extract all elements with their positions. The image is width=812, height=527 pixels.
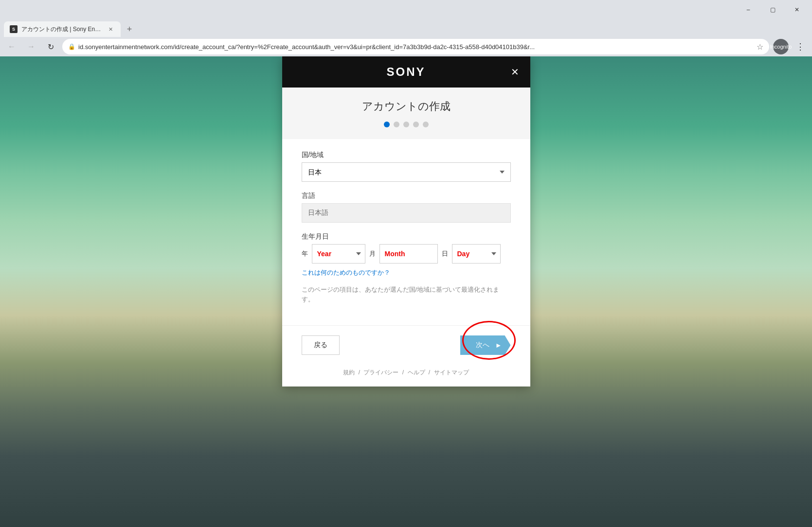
bookmark-star-icon[interactable]: ☆ — [757, 42, 763, 52]
dob-row: 年 Year 月 Month 日 Day — [302, 244, 511, 264]
progress-dot-4 — [413, 122, 419, 127]
dialog-form: 国/地域 日本 言語 日本語 生年月日 年 Year 月 Month — [282, 139, 530, 325]
progress-dot-3 — [403, 122, 409, 127]
tab-bar: S アカウントの作成 | Sony Entertainm... ✕ + — [0, 19, 812, 37]
country-label: 国/地域 — [302, 151, 511, 159]
year-select[interactable]: Year — [312, 244, 365, 264]
next-button[interactable]: 次へ ► — [460, 335, 511, 355]
dialog-header: SONY ✕ — [282, 56, 530, 88]
month-unit-label: 月 — [369, 249, 376, 258]
next-button-wrapper: 次へ ► — [460, 335, 511, 355]
address-bar: ← → ↻ 🔒 id.sonyentertainmentnetwork.com/… — [0, 37, 812, 56]
url-bar[interactable]: 🔒 id.sonyentertainmentnetwork.com/id/cre… — [62, 39, 769, 54]
url-text: id.sonyentertainmentnetwork.com/id/creat… — [78, 43, 754, 51]
profile-button[interactable]: Incognito — [773, 39, 789, 54]
progress-dot-1 — [384, 122, 390, 127]
reload-button[interactable]: ↻ — [43, 39, 58, 54]
tab-close-button[interactable]: ✕ — [106, 25, 115, 34]
country-select[interactable]: 日本 — [302, 162, 511, 182]
help-link[interactable]: これは何のためのものですか？ — [302, 268, 390, 277]
separator-1: / — [359, 369, 360, 376]
minimize-button[interactable]: – — [737, 2, 759, 17]
day-select[interactable]: Day — [452, 244, 501, 264]
window-controls: – ▢ ✕ — [737, 2, 808, 17]
maximize-button[interactable]: ▢ — [761, 2, 784, 17]
dob-group: 生年月日 年 Year 月 Month 日 Day これは何のためのものですか？ — [302, 232, 511, 304]
next-arrow-icon: ► — [495, 341, 502, 349]
next-button-label: 次へ — [476, 341, 489, 349]
dialog: SONY ✕ アカウントの作成 国/地域 日本 言語 日本語 生年月日 — [282, 56, 530, 386]
browser-chrome: – ▢ ✕ S アカウントの作成 | Sony Entertainm... ✕ … — [0, 0, 812, 56]
privacy-link[interactable]: プライバシー — [363, 369, 398, 376]
country-group: 国/地域 日本 — [302, 151, 511, 182]
back-button[interactable]: 戻る — [302, 335, 340, 355]
forward-nav-button[interactable]: → — [23, 39, 39, 54]
info-text: このページの項目は、あなたが選んだ国/地域に基づいて最適化されます。 — [302, 285, 511, 304]
month-display: Month — [380, 250, 437, 258]
sitemap-link[interactable]: サイトマップ — [434, 369, 469, 376]
progress-dot-2 — [394, 122, 399, 127]
year-unit-label: 年 — [302, 249, 308, 258]
help-footer-link[interactable]: ヘルプ — [408, 369, 425, 376]
month-select-wrapper[interactable]: Month — [379, 244, 438, 264]
lock-icon: 🔒 — [68, 43, 75, 50]
language-label: 言語 — [302, 192, 511, 200]
separator-2: / — [402, 369, 404, 376]
tab-favicon: S — [10, 25, 18, 33]
dialog-close-button[interactable]: ✕ — [508, 65, 523, 79]
dob-label: 生年月日 — [302, 232, 511, 241]
dialog-footer: 戻る 次へ ► — [282, 325, 530, 363]
new-tab-button[interactable]: + — [123, 22, 136, 36]
title-bar: – ▢ ✕ — [0, 0, 812, 19]
dialog-title: アカウントの作成 — [302, 99, 511, 114]
active-tab[interactable]: S アカウントの作成 | Sony Entertainm... ✕ — [4, 21, 121, 37]
progress-dot-5 — [423, 122, 429, 127]
dialog-links: 規約 / プライバシー / ヘルプ / サイトマップ — [282, 363, 530, 386]
sony-logo: SONY — [386, 65, 425, 79]
close-button[interactable]: ✕ — [786, 2, 808, 17]
dialog-body: アカウントの作成 — [282, 88, 530, 139]
tab-label: アカウントの作成 | Sony Entertainm... — [21, 25, 102, 34]
separator-3: / — [429, 369, 430, 376]
language-group: 言語 日本語 — [302, 192, 511, 223]
day-unit-label: 日 — [442, 249, 448, 258]
progress-dots — [302, 122, 511, 127]
browser-menu-button[interactable]: ⋮ — [793, 39, 808, 54]
back-nav-button[interactable]: ← — [4, 39, 19, 54]
terms-link[interactable]: 規約 — [343, 369, 355, 376]
language-field: 日本語 — [302, 203, 511, 223]
